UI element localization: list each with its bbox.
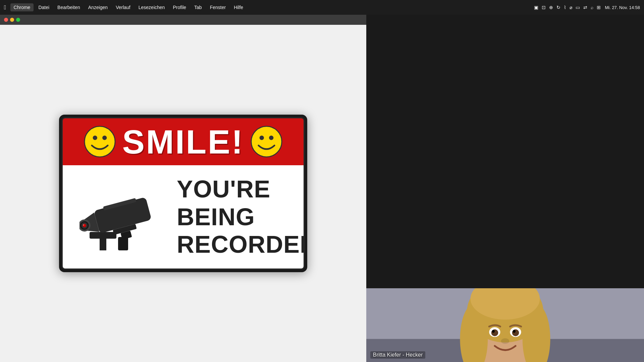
menubar-left:  Chrome Datei Bearbeiten Anzeigen Verla… [4,3,247,11]
airplay-icon[interactable]: ⊡ [542,5,546,10]
menu-lesezeichen[interactable]: Lesezeichen [135,3,168,11]
maximize-button[interactable] [16,18,20,22]
smiley-left [84,126,116,158]
datetime-display: Mi. 27. Nov. 14:58 [605,5,640,10]
svg-point-3 [251,126,282,157]
control-center-icon[interactable]: ⊞ [597,5,601,10]
menu-hilfe[interactable]: Hilfe [230,3,247,11]
svg-point-35 [501,338,509,344]
menu-profile[interactable]: Profile [169,3,190,11]
mirror-icon[interactable]: ⇄ [583,5,587,10]
right-panel: Britta Kiefer - Hecker [366,15,644,362]
browser-window: SMILE! [0,15,366,362]
sign-container: SMILE! [59,115,307,272]
recorded-line-1: YOU'RE [177,175,270,203]
wifi-icon[interactable]: ⊕ [549,5,553,10]
menubar-right: ▣ ⊡ ⊕ ↻ ⌇ ⌀ ▭ ⇄ ⌕ ⊞ Mi. 27. Nov. 14:58 [534,5,640,10]
sign-inner: SMILE! [62,117,305,269]
recorded-line-2: BEING [177,203,255,231]
svg-point-0 [84,126,115,157]
close-button[interactable] [4,18,8,22]
minimize-button[interactable] [10,18,14,22]
main-layout: SMILE! [0,15,644,362]
screen-record-icon[interactable]: ▣ [534,5,538,10]
menu-fenster[interactable]: Fenster [207,3,229,11]
svg-point-1 [93,136,97,140]
mic-icon[interactable]: ⌀ [570,5,572,10]
participant-name: Britta Kiefer - Hecker [370,351,425,359]
svg-point-34 [513,330,516,333]
apple-logo[interactable]:  [4,4,6,11]
cctv-camera-icon [79,183,167,250]
traffic-lights [4,18,20,22]
video-call-area: Britta Kiefer - Hecker [366,15,644,362]
smiley-right [251,126,282,158]
menu-bearbeiten[interactable]: Bearbeiten [54,3,84,11]
sync-icon[interactable]: ↻ [556,5,560,10]
sign-bottom: YOU'RE BEING RECORDED [63,165,304,268]
svg-point-33 [492,330,495,333]
system-icons: ▣ ⊡ ⊕ ↻ ⌇ ⌀ ▭ ⇄ ⌕ ⊞ [534,5,601,10]
svg-rect-18 [118,237,128,250]
menu-chrome[interactable]: Chrome [10,3,34,11]
svg-point-32 [512,329,519,336]
camera-icon-area [76,183,170,250]
menu-datei[interactable]: Datei [35,3,53,11]
svg-point-31 [491,329,498,336]
participant-face [366,288,644,362]
svg-point-2 [102,136,107,140]
participant-video: Britta Kiefer - Hecker [366,288,644,362]
participant-avatar-svg [366,288,644,362]
svg-point-4 [260,136,264,140]
browser-tab-bar [0,15,366,25]
svg-point-5 [269,136,274,140]
svg-rect-7 [90,232,116,239]
activity-icon[interactable]: ⌇ [564,5,566,10]
browser-content: SMILE! [0,25,366,362]
menu-verlauf[interactable]: Verlauf [112,3,134,11]
recorded-line-3: RECORDED [177,231,305,258]
search-icon[interactable]: ⌕ [591,5,593,10]
menu-tab[interactable]: Tab [191,3,205,11]
menubar:  Chrome Datei Bearbeiten Anzeigen Verla… [0,0,644,15]
smile-text: SMILE! [122,125,244,159]
sign-top: SMILE! [63,118,304,165]
battery-icon[interactable]: ▭ [576,5,580,10]
menu-anzeigen[interactable]: Anzeigen [85,3,111,11]
recorded-text: YOU'RE BEING RECORDED [177,175,305,258]
